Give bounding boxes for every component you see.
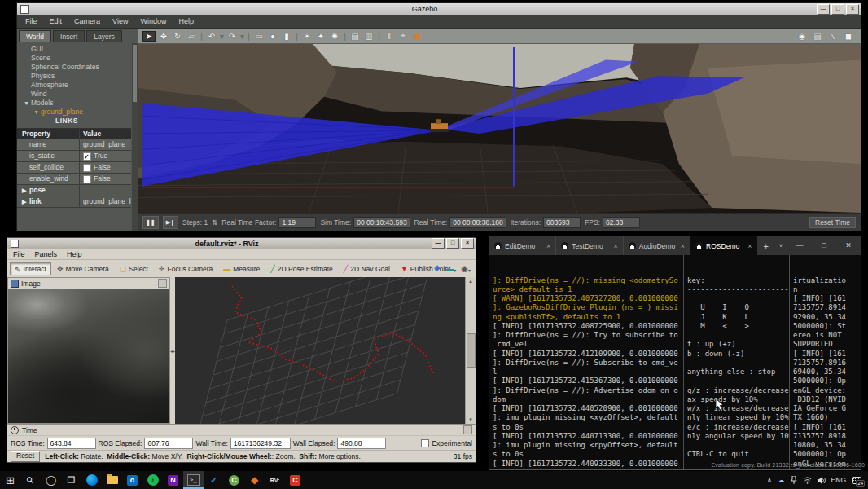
gazebo-tool-icon[interactable]: ✥ [158, 32, 169, 41]
gazebo-tool-icon[interactable]: | [343, 32, 347, 41]
tree-item[interactable]: GUI [17, 45, 138, 54]
image-panel-header[interactable]: Image [8, 278, 169, 289]
time-field-input[interactable]: 490.88 [337, 438, 386, 449]
gazebo-tool-icon[interactable]: ▣ [411, 32, 423, 41]
tool-adjust-button[interactable]: ✚ [434, 264, 441, 273]
gazebo-tool-icon[interactable]: ‖ [384, 32, 395, 41]
tab-close-icon[interactable]: × [613, 242, 617, 250]
taskbar-app-icon[interactable]: ♪ [142, 471, 163, 489]
gazebo-tool-icon[interactable]: | [247, 32, 251, 41]
taskbar-app-icon[interactable]: C [224, 471, 244, 489]
time-field-input[interactable]: 643.84 [47, 438, 96, 449]
panel-collapse-button[interactable] [158, 279, 167, 288]
terminal-tab[interactable]: ROSDemo × [690, 236, 757, 255]
maximize-icon[interactable]: □ [812, 236, 836, 255]
gazebo-tool-icon[interactable]: ✺ [329, 32, 340, 41]
touch-keyboard-icon[interactable]: 24 [852, 477, 861, 484]
rviz-tool-button[interactable]: ▬ Measure [218, 262, 265, 275]
gazebo-menu-item[interactable]: File [25, 17, 37, 25]
property-checkbox[interactable] [83, 152, 91, 161]
volume-icon[interactable] [818, 477, 826, 484]
rviz-menu-item[interactable]: Panels [35, 250, 58, 258]
gazebo-3d-viewport[interactable] [138, 44, 861, 213]
gazebo-tool-icon[interactable]: ▾ [220, 32, 224, 41]
scroll-down-icon[interactable]: ▾ [469, 416, 472, 423]
gazebo-tool-icon[interactable]: ▤ [349, 32, 361, 41]
property-row[interactable]: is_static True [17, 151, 131, 162]
minimize-icon[interactable]: — [432, 238, 445, 249]
tab-close-icon[interactable]: × [747, 242, 752, 250]
gazebo-panel-tab[interactable]: World [19, 30, 51, 42]
rviz-menu-item[interactable]: Help [67, 250, 82, 258]
tree-item[interactable]: ▼Models [17, 99, 138, 108]
gazebo-tool-icon[interactable]: ✦ [315, 32, 327, 41]
rviz-tool-button[interactable]: ▢ Select [115, 262, 153, 275]
terminal-tab[interactable]: AudioDemo × [624, 236, 690, 255]
gazebo-tool-icon[interactable]: ↷ [226, 32, 238, 41]
terminal-pane-teleop[interactable]: key:----------------------- U I O J K L … [684, 255, 789, 469]
row-expand-icon[interactable]: ▶ [22, 196, 29, 207]
taskbar-app-icon[interactable]: ⊞ [0, 471, 20, 489]
terminal-pane-rviz-log[interactable]: irtualization[ INFO] [1617135757.8914929… [790, 255, 861, 469]
maximize-icon[interactable]: □ [446, 238, 459, 249]
gazebo-tool-icon[interactable]: ▮ [281, 32, 292, 41]
gazebo-tool-icon[interactable]: ▥ [363, 32, 375, 41]
gazebo-tool-icon[interactable]: ↶ [206, 32, 217, 41]
panel-scrollbar[interactable] [132, 43, 138, 231]
gazebo-capture-icon[interactable]: ◉ [796, 32, 808, 41]
close-icon[interactable]: × [846, 4, 859, 15]
experimental-checkbox[interactable] [421, 439, 429, 447]
taskbar-app-icon[interactable] [102, 471, 122, 489]
tab-close-icon[interactable]: × [681, 242, 685, 250]
pause-button[interactable]: ❚❚ [142, 216, 159, 229]
scroll-thumb[interactable] [467, 333, 476, 368]
gazebo-menu-item[interactable]: View [112, 17, 128, 25]
time-field-input[interactable]: 1617136249.32 [230, 438, 291, 449]
gazebo-menu-item[interactable]: Window [140, 17, 166, 25]
gazebo-panel-tab[interactable]: Insert [53, 30, 85, 42]
scroll-up-icon[interactable]: ▴ [469, 278, 472, 284]
rviz-tool-button[interactable]: ✛ Focus Camera [154, 262, 217, 275]
rviz-titlebar[interactable]: default.rviz* - RViz — □ × [7, 238, 476, 249]
minimize-icon[interactable]: — [817, 4, 830, 15]
property-checkbox[interactable] [83, 175, 91, 183]
rviz-tool-button[interactable]: ⇖ Interact [10, 262, 51, 275]
taskbar-app-icon[interactable]: C [285, 471, 305, 489]
close-icon[interactable]: × [461, 238, 474, 249]
gazebo-capture-icon[interactable]: ∿ [827, 32, 839, 41]
rviz-3d-view[interactable] [175, 277, 465, 424]
gazebo-tool-icon[interactable]: ⌖ [397, 31, 409, 41]
tree-item[interactable]: Atmosphere [17, 81, 138, 90]
gazebo-tool-icon[interactable]: ▱ [186, 32, 197, 41]
terminal-pane-gazebo-log[interactable]: ]: DiffDrive(ns = //): missing <odometry… [489, 255, 683, 469]
wifi-icon[interactable] [803, 477, 812, 484]
tray-chevron-icon[interactable]: ∧ [767, 476, 772, 484]
onedrive-cloud-icon[interactable]: ☁ [778, 476, 785, 484]
taskbar-app-icon[interactable]: ❐ [61, 471, 81, 489]
taskbar-app-icon[interactable]: N [163, 471, 183, 489]
rviz-tool-button[interactable]: ✥ Move Camera [52, 262, 114, 275]
property-row[interactable]: name ground_plane [17, 139, 131, 151]
property-row[interactable]: self_collide False [17, 162, 131, 174]
gazebo-tool-icon[interactable]: | [199, 32, 204, 41]
view-scrollbar[interactable]: ▴ ▾ [465, 277, 476, 424]
tab-close-icon[interactable]: × [546, 242, 550, 250]
panel-float-button[interactable] [463, 425, 472, 434]
property-checkbox[interactable] [83, 164, 91, 172]
taskbar-app-icon[interactable]: e [81, 471, 102, 489]
tab-dropdown-icon[interactable]: ˅ [774, 243, 787, 249]
taskbar-app-icon[interactable]: >_ [183, 471, 204, 489]
taskbar-app-icon[interactable]: ⚲ [20, 471, 41, 489]
gazebo-tool-icon[interactable]: | [295, 32, 299, 41]
terminal-content[interactable]: ]: DiffDrive(ns = //): missing <odometry… [489, 255, 861, 469]
gazebo-tool-icon[interactable]: ▭ [253, 32, 265, 41]
gazebo-tool-icon[interactable]: ☀ [301, 32, 313, 41]
gazebo-tool-icon[interactable]: ↻ [172, 32, 183, 41]
tool-adjust-button[interactable]: ▬ ▾ [445, 264, 456, 273]
step-button[interactable]: ▶❙ [163, 216, 178, 229]
close-icon[interactable]: ✕ [836, 236, 861, 255]
gazebo-tool-icon[interactable]: ● [267, 32, 278, 41]
tree-item[interactable]: Physics [17, 72, 138, 81]
gazebo-capture-icon[interactable]: ▤ [812, 32, 823, 41]
time-field-input[interactable]: 607.76 [144, 438, 193, 449]
